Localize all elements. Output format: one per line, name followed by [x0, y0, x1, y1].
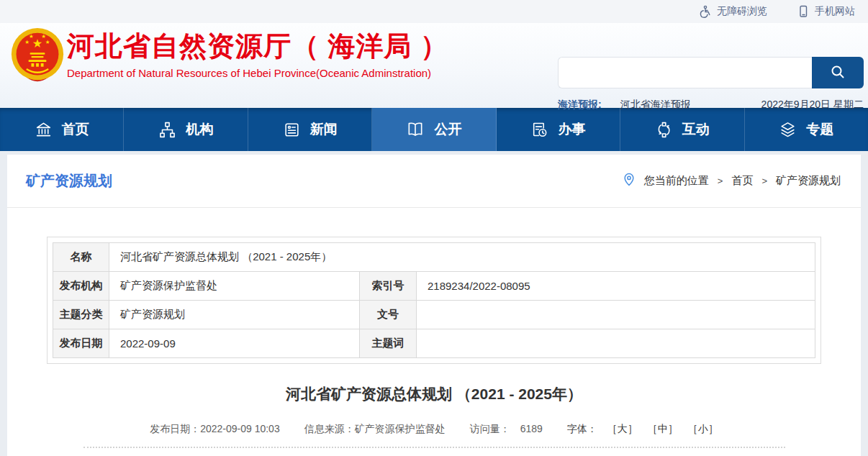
- mobile-site-link[interactable]: 手机网站: [797, 5, 855, 18]
- site-subtitle-english: Department of Natural Resources of Hebei…: [67, 67, 448, 79]
- accessibility-link[interactable]: 无障碍浏览: [698, 5, 767, 18]
- svg-text:★: ★: [45, 39, 50, 45]
- info-value-topic-category: 矿产资源规划: [109, 301, 360, 329]
- info-label-topic-category: 主题分类: [53, 301, 109, 329]
- font-size-medium-button[interactable]: ［中］: [648, 423, 678, 436]
- article-title: 河北省矿产资源总体规划 （2021 - 2025年）: [7, 384, 861, 404]
- document-info-table-container: 名称 河北省矿产资源总体规划 （2021 - 2025年） 发布机构 矿产资源保…: [47, 237, 821, 364]
- info-label-doc-number: 文号: [360, 301, 417, 329]
- info-value-publisher: 矿产资源保护监督处: [109, 272, 360, 301]
- newspaper-icon: [283, 121, 301, 139]
- breadcrumb-separator: >: [761, 175, 767, 186]
- main-content: 矿产资源规划 您当前的位置 > 首页 > 矿产资源规划 名称 河北省矿产资源总体…: [7, 155, 861, 456]
- document-info-table: 名称 河北省矿产资源总体规划 （2021 - 2025年） 发布机构 矿产资源保…: [53, 242, 815, 358]
- meta-source-label: 信息来源：: [304, 423, 355, 434]
- national-emblem-logo: ★ ★ ★ ★ ★: [10, 27, 65, 88]
- wheelchair-icon: [698, 5, 711, 18]
- meta-publish-label: 发布日期：: [150, 423, 200, 434]
- breadcrumb-band: 矿产资源规划 您当前的位置 > 首页 > 矿产资源规划: [7, 155, 861, 208]
- meta-views-label: 访问量：: [470, 423, 510, 434]
- info-label-publish-date: 发布日期: [53, 329, 109, 358]
- nav-label: 互动: [682, 120, 710, 139]
- info-value-doc-number: [417, 301, 815, 329]
- table-row: 名称 河北省矿产资源总体规划 （2021 - 2025年）: [53, 243, 815, 272]
- meta-views-value: 6189: [520, 423, 543, 434]
- mobile-phone-icon: [797, 5, 809, 18]
- table-row: 发布机构 矿产资源保护监督处 索引号 2189234/2022-08095: [53, 272, 815, 301]
- info-label-name: 名称: [53, 243, 109, 272]
- breadcrumb-item-home[interactable]: 首页: [731, 174, 753, 188]
- accessibility-label: 无障碍浏览: [717, 5, 767, 18]
- font-size-switcher: 字体： ［大］ ［中］ ［小］: [567, 423, 718, 436]
- info-value-index-number: 2189234/2022-08095: [417, 272, 815, 301]
- search-area: 海洋预报: 河北省海洋预报 2022年9月20日 星期二: [558, 57, 864, 111]
- meta-publish-date: 发布日期：2022-09-09 10:03: [150, 423, 280, 436]
- site-title: 河北省自然资源厅（ 海洋局 ）: [67, 31, 448, 63]
- nav-label: 新闻: [310, 120, 338, 139]
- font-size-small-button[interactable]: ［小］: [688, 423, 718, 436]
- breadcrumb-item-current[interactable]: 矿产资源规划: [776, 174, 841, 188]
- search-button[interactable]: [812, 57, 864, 88]
- table-row: 发布日期 2022-09-09 主题词: [53, 329, 815, 358]
- info-value-name: 河北省矿产资源总体规划 （2021 - 2025年）: [109, 243, 815, 272]
- info-label-keywords: 主题词: [360, 329, 417, 358]
- nav-item-organization[interactable]: 机构: [124, 108, 248, 151]
- nav-label: 专题: [806, 120, 833, 139]
- info-value-publish-date: 2022-09-09: [109, 329, 360, 358]
- breadcrumb-location-label: 您当前的位置: [644, 174, 709, 188]
- document-clock-icon: [530, 121, 548, 139]
- nav-label: 公开: [434, 120, 461, 139]
- info-value-keywords: [417, 329, 815, 358]
- top-utility-bar: 无障碍浏览 手机网站: [0, 0, 868, 23]
- dotted-divider: [83, 447, 785, 448]
- nav-item-news[interactable]: 新闻: [248, 108, 372, 151]
- info-label-index-number: 索引号: [360, 272, 417, 301]
- font-size-label: 字体：: [567, 423, 597, 436]
- search-icon: [829, 63, 846, 83]
- nav-item-services[interactable]: 办事: [497, 108, 620, 151]
- breadcrumb: 您当前的位置 > 首页 > 矿产资源规划: [623, 173, 841, 189]
- info-label-publisher: 发布机构: [53, 272, 109, 301]
- table-row: 主题分类 矿产资源规划 文号: [53, 301, 815, 329]
- open-book-icon: [406, 120, 425, 139]
- nav-label: 首页: [62, 120, 89, 139]
- svg-text:★: ★: [29, 33, 34, 40]
- main-nav: 首页 机构 新闻: [0, 108, 868, 151]
- nav-item-special-topics[interactable]: 专题: [745, 108, 868, 151]
- nav-item-interaction[interactable]: 互动: [620, 108, 744, 151]
- font-size-large-button[interactable]: ［大］: [607, 423, 638, 436]
- nav-item-public-disclosure[interactable]: 公开: [372, 108, 496, 151]
- nav-label: 办事: [558, 120, 585, 139]
- meta-source-value: 矿产资源保护监督处: [355, 423, 446, 434]
- search-input[interactable]: [558, 57, 812, 88]
- nav-label: 机构: [186, 120, 213, 139]
- article-meta-row: 发布日期：2022-09-09 10:03 信息来源：矿产资源保护监督处 访问量…: [7, 423, 861, 436]
- nav-item-home[interactable]: 首页: [0, 108, 124, 151]
- meta-views: 访问量：6189: [470, 423, 543, 436]
- meta-publish-value: 2022-09-09 10:03: [200, 423, 280, 434]
- sync-arrows-icon: [655, 121, 673, 139]
- site-title-block: 河北省自然资源厅（ 海洋局 ） Department of Natural Re…: [67, 31, 448, 79]
- org-chart-icon: [158, 121, 176, 139]
- page-section-title: 矿产资源规划: [26, 171, 112, 191]
- breadcrumb-separator: >: [718, 175, 723, 186]
- home-building-icon: [35, 121, 53, 139]
- mobile-site-label: 手机网站: [815, 5, 855, 18]
- location-pin-icon: [623, 173, 636, 189]
- site-header: ★ ★ ★ ★ ★ 河北省自然资源厅（ 海洋局 ） Department of …: [0, 23, 868, 108]
- layers-icon: [779, 121, 797, 139]
- meta-source: 信息来源：矿产资源保护监督处: [304, 423, 446, 436]
